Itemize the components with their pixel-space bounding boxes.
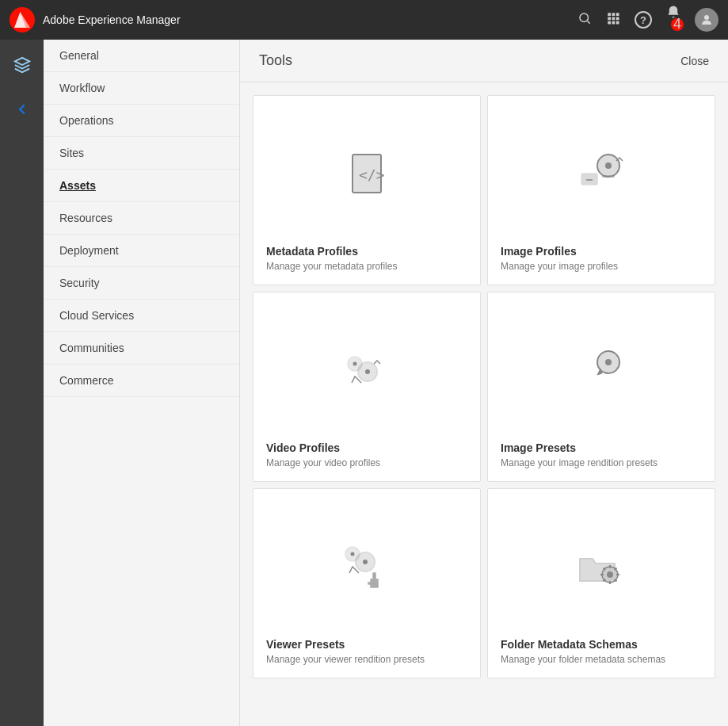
sidebar-item-communities[interactable]: Communities [44,332,239,365]
card-desc-image-profiles: Manage your image profiles [501,261,702,272]
card-folder-metadata[interactable]: Folder Metadata Schemas Manage your fold… [487,488,715,678]
card-icon-area-viewer-presets [253,489,480,629]
apps-grid-icon[interactable] [606,11,620,29]
svg-rect-12 [616,21,619,24]
svg-rect-6 [616,13,619,16]
card-video-profiles[interactable]: Video Profiles Manage your video profile… [253,292,481,482]
card-desc-video-profiles: Manage your video profiles [266,457,467,468]
svg-point-13 [704,15,709,20]
sidebar-item-workflow[interactable]: Workflow [44,72,239,105]
notification-badge: 4 [671,18,684,31]
card-title-viewer-presets: Viewer Presets [266,638,467,651]
card-metadata-profiles[interactable]: </> Metadata Profiles Manage your metada… [253,95,481,285]
card-title-image-profiles: Image Profiles [501,245,702,258]
app-logo[interactable] [10,7,35,32]
card-title-video-profiles: Video Profiles [266,441,467,454]
rail-back-icon[interactable] [6,94,38,125]
svg-rect-9 [616,17,619,20]
rail-tools-icon[interactable] [6,49,38,81]
user-avatar[interactable] [695,8,718,32]
svg-point-33 [351,552,355,556]
content-title: Tools [259,52,292,69]
svg-point-29 [605,359,612,365]
svg-point-24 [365,369,370,374]
svg-point-2 [580,13,589,22]
search-icon[interactable] [577,11,592,29]
svg-rect-20 [602,175,615,178]
content-area: Tools Close </> Metadata Profiles Manage… [240,40,728,726]
card-icon-area-image-presets [488,292,715,432]
cards-grid: </> Metadata Profiles Manage your metada… [240,82,728,691]
sidebar-item-general[interactable]: General [44,40,239,72]
card-body-image-profiles: Image Profiles Manage your image profile… [488,235,715,285]
svg-point-26 [353,361,357,365]
top-navigation: Adobe Experience Manager ? 4 [0,0,728,40]
card-body-viewer-presets: Viewer Presets Manage your viewer rendit… [253,629,480,678]
sidebar-item-assets[interactable]: Assets [44,170,239,202]
card-desc-metadata: Manage your metadata profiles [266,261,467,272]
card-image-presets[interactable]: Image Presets Manage your image renditio… [487,292,715,482]
svg-rect-5 [612,13,616,16]
card-image-profiles[interactable]: Image Profiles Manage your image profile… [487,95,715,285]
svg-text:</>: </> [359,166,385,183]
card-desc-image-presets: Manage your image rendition presets [501,457,702,468]
card-icon-area-image-profiles [488,96,715,235]
card-title-image-presets: Image Presets [501,441,702,454]
card-desc-viewer-presets: Manage your viewer rendition presets [266,654,467,665]
sidebar: General Workflow Operations Sites Assets… [44,40,240,726]
svg-line-3 [587,21,589,23]
sidebar-item-operations[interactable]: Operations [44,105,239,137]
svg-point-35 [607,571,613,578]
card-icon-area-folder-metadata [488,489,715,629]
card-desc-folder-metadata: Manage your folder metadata schemas [501,654,702,665]
card-title-metadata: Metadata Profiles [266,245,467,258]
sidebar-item-commerce[interactable]: Commerce [44,365,239,397]
sidebar-item-resources[interactable]: Resources [44,202,239,235]
sidebar-item-deployment[interactable]: Deployment [44,235,239,267]
card-icon-area-metadata: </> [253,96,480,235]
svg-point-31 [363,560,368,564]
svg-point-19 [605,162,612,169]
main-layout: General Workflow Operations Sites Assets… [0,40,728,726]
svg-rect-21 [581,174,597,185]
card-viewer-presets[interactable]: Viewer Presets Manage your viewer rendit… [253,488,481,678]
sidebar-item-sites[interactable]: Sites [44,137,239,170]
close-button[interactable]: Close [680,55,709,67]
card-body-video-profiles: Video Profiles Manage your video profile… [253,432,480,481]
card-body-image-presets: Image Presets Manage your image renditio… [488,432,715,481]
svg-rect-7 [608,17,611,20]
svg-rect-10 [608,21,611,24]
sidebar-item-cloud-services[interactable]: Cloud Services [44,300,239,332]
content-header: Tools Close [240,40,728,82]
app-title: Adobe Experience Manager [43,13,577,26]
card-icon-area-video-profiles [253,292,480,432]
svg-rect-11 [612,21,616,24]
svg-rect-8 [612,17,616,20]
card-title-folder-metadata: Folder Metadata Schemas [501,638,702,651]
card-body-metadata: Metadata Profiles Manage your metadata p… [253,235,480,285]
left-rail [0,40,44,726]
notification-icon[interactable]: 4 [666,5,680,36]
topnav-actions: ? 4 [577,5,718,36]
svg-rect-4 [608,13,611,16]
help-icon[interactable]: ? [635,11,652,29]
card-body-folder-metadata: Folder Metadata Schemas Manage your fold… [488,629,715,678]
sidebar-item-security[interactable]: Security [44,267,239,300]
